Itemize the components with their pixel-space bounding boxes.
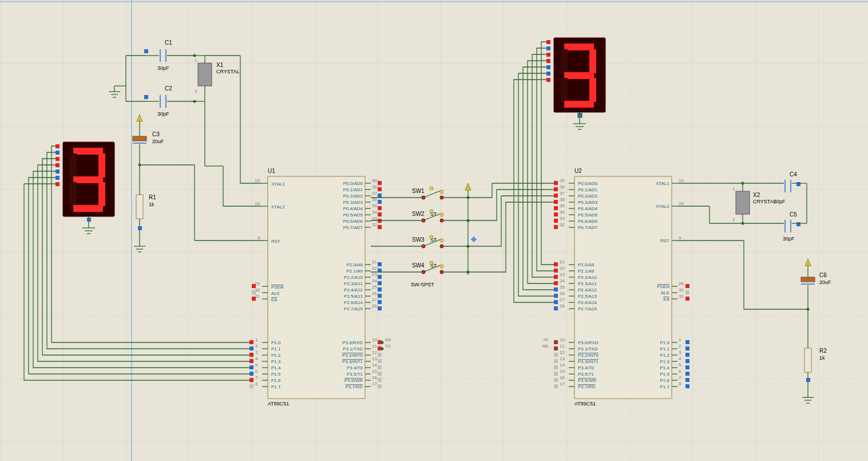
svg-rect-430	[685, 359, 689, 363]
svg-text:15: 15	[372, 369, 377, 374]
svg-text:P3.7/RD: P3.7/RD	[346, 384, 363, 389]
svg-point-250	[422, 245, 425, 248]
svg-text:P2.7/A15: P2.7/A15	[578, 306, 597, 312]
svg-text:P3.7/RD: P3.7/RD	[578, 384, 595, 389]
svg-text:P1.3: P1.3	[660, 359, 670, 364]
svg-text:XTAL2: XTAL2	[271, 204, 285, 210]
svg-text:XTAL1: XTAL1	[656, 181, 669, 186]
svg-text:1k: 1k	[819, 355, 825, 361]
svg-point-252	[440, 239, 443, 242]
svg-text:ALE: ALE	[271, 291, 280, 296]
svg-point-253	[430, 235, 433, 239]
svg-text:CRYSTAL: CRYSTAL	[753, 199, 776, 204]
svg-rect-285	[546, 53, 550, 57]
svg-text:37: 37	[560, 191, 565, 196]
svg-text:11: 11	[560, 344, 565, 349]
svg-rect-18	[56, 170, 60, 174]
svg-text:P3.4/T0: P3.4/T0	[578, 365, 594, 371]
svg-rect-215	[378, 287, 382, 291]
svg-rect-325	[554, 219, 558, 223]
svg-rect-289	[546, 78, 550, 82]
svg-point-486	[555, 348, 558, 350]
svg-text:9: 9	[679, 235, 681, 241]
svg-rect-9	[98, 153, 105, 178]
svg-rect-341	[554, 275, 558, 279]
svg-rect-309	[554, 194, 558, 198]
svg-rect-410	[685, 290, 689, 294]
svg-rect-282	[564, 101, 594, 108]
svg-rect-286	[546, 59, 550, 63]
svg-rect-67	[136, 195, 143, 219]
svg-rect-13	[73, 205, 103, 212]
svg-text:P1.7: P1.7	[271, 384, 281, 389]
svg-rect-277	[561, 49, 568, 73]
svg-rect-204	[378, 187, 382, 191]
svg-text:EA: EA	[663, 297, 669, 302]
svg-text:P0.4/AD4: P0.4/AD4	[578, 206, 598, 211]
svg-text:18: 18	[255, 201, 260, 206]
svg-text:P1.0: P1.0	[271, 340, 281, 345]
svg-rect-38	[144, 95, 148, 99]
svg-rect-278	[589, 49, 596, 73]
svg-text:14: 14	[372, 363, 377, 368]
svg-point-230	[422, 196, 425, 199]
svg-rect-60	[133, 136, 146, 141]
svg-rect-313	[554, 200, 558, 204]
svg-text:12: 12	[560, 350, 565, 355]
svg-text:25: 25	[560, 285, 565, 290]
svg-text:39: 39	[372, 178, 377, 183]
svg-text:C4: C4	[790, 171, 797, 178]
svg-text:PSEN: PSEN	[271, 285, 284, 290]
svg-rect-317	[554, 206, 558, 210]
svg-text:20uF: 20uF	[152, 139, 164, 144]
svg-text:5: 5	[679, 363, 681, 368]
svg-point-465	[742, 222, 744, 225]
svg-text:P2.6/A14: P2.6/A14	[578, 300, 597, 305]
svg-text:6: 6	[255, 369, 258, 374]
svg-text:P3.3/INT1: P3.3/INT1	[342, 359, 363, 364]
svg-rect-329	[554, 225, 558, 229]
svg-rect-349	[554, 287, 558, 291]
svg-point-57	[193, 100, 196, 103]
svg-text:30pF: 30pF	[774, 199, 786, 204]
svg-rect-373	[554, 353, 558, 357]
svg-text:AT89C51: AT89C51	[268, 401, 289, 407]
svg-rect-463	[796, 222, 800, 226]
svg-text:3: 3	[679, 350, 681, 355]
svg-rect-385	[554, 372, 558, 376]
svg-text:P1.3: P1.3	[271, 359, 281, 364]
svg-text:P0.6/AD6: P0.6/AD6	[578, 219, 598, 224]
svg-text:P0.5/AD5: P0.5/AD5	[578, 212, 598, 218]
svg-text:28: 28	[372, 304, 377, 309]
svg-text:X2: X2	[753, 192, 760, 198]
svg-rect-8	[70, 153, 77, 178]
schematic-canvas[interactable]: C1 30pF C2 30pF 1 2 X1 CRYSTAL	[0, 0, 868, 461]
svg-text:2: 2	[732, 217, 735, 222]
svg-text:22: 22	[560, 266, 565, 271]
svg-point-233	[430, 187, 433, 190]
svg-rect-447	[736, 191, 750, 214]
svg-point-484	[555, 341, 558, 344]
svg-point-262	[440, 265, 443, 268]
svg-text:C5: C5	[790, 211, 797, 218]
svg-text:P0.2/AD2: P0.2/AD2	[343, 194, 363, 199]
svg-rect-377	[554, 359, 558, 363]
svg-rect-110	[249, 353, 253, 357]
svg-rect-438	[685, 372, 689, 376]
svg-text:14: 14	[560, 363, 565, 368]
seven-seg-left	[63, 142, 114, 216]
svg-text:ALE: ALE	[661, 290, 669, 295]
svg-text:30: 30	[679, 287, 684, 293]
svg-text:4: 4	[679, 356, 681, 361]
svg-rect-31	[144, 49, 148, 53]
svg-text:C1: C1	[165, 40, 172, 46]
svg-text:13: 13	[560, 356, 565, 361]
svg-rect-353	[554, 294, 558, 298]
svg-rect-294	[578, 113, 582, 117]
svg-point-231	[440, 196, 443, 199]
svg-text:P0.1/AD1: P0.1/AD1	[343, 187, 363, 192]
svg-text:AT89C51: AT89C51	[574, 401, 596, 407]
svg-text:R0: R0	[385, 337, 391, 342]
svg-rect-20	[56, 182, 60, 186]
svg-text:P0.0/AD0: P0.0/AD0	[343, 181, 363, 186]
